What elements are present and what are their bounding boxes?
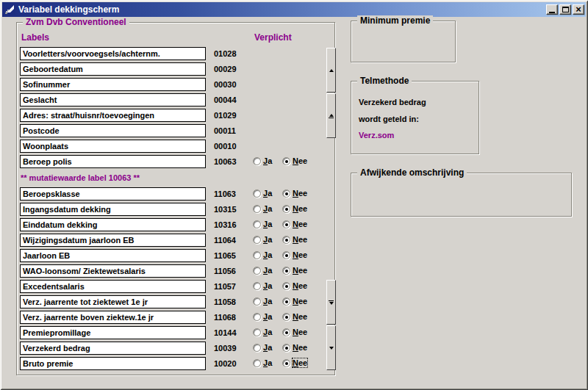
label-field[interactable]: Beroepsklasse xyxy=(20,187,206,201)
radio-label-nee[interactable]: Nee xyxy=(293,189,307,198)
label-field[interactable]: Geboortedatum xyxy=(20,62,206,76)
radio-label-ja[interactable]: Ja xyxy=(263,358,272,367)
radio-option-nee[interactable]: Nee xyxy=(282,156,318,167)
radio-circle-ja[interactable] xyxy=(253,282,261,290)
radio-label-nee[interactable]: Nee xyxy=(293,312,307,321)
radio-option-ja[interactable]: Ja xyxy=(253,235,279,246)
radio-label-ja[interactable]: Ja xyxy=(263,156,272,165)
radio-option-nee[interactable]: Nee xyxy=(282,343,318,354)
radio-circle-nee[interactable] xyxy=(282,328,290,336)
radio-option-nee[interactable]: Nee xyxy=(282,312,318,323)
radio-circle-ja[interactable] xyxy=(253,205,261,213)
radio-option-ja[interactable]: Ja xyxy=(253,204,279,215)
label-field[interactable]: Voorletters/voorvoegsels/achternm. xyxy=(20,47,206,60)
radio-circle-ja[interactable] xyxy=(253,236,261,244)
radio-circle-ja[interactable] xyxy=(253,344,261,352)
label-field[interactable]: Wijzigingsdatum jaarloon EB xyxy=(20,234,206,247)
radio-circle-nee[interactable] xyxy=(282,267,290,275)
radio-label-ja[interactable]: Ja xyxy=(263,220,272,228)
label-field[interactable]: Verzekerd bedrag xyxy=(20,342,206,355)
radio-option-ja[interactable]: Ja xyxy=(253,266,279,277)
radio-option-nee[interactable]: Nee xyxy=(282,189,318,200)
radio-option-ja[interactable]: Ja xyxy=(253,250,279,261)
close-button[interactable]: × xyxy=(573,4,584,15)
radio-circle-nee[interactable] xyxy=(282,236,290,244)
radio-label-nee[interactable]: Nee xyxy=(293,343,307,352)
radio-option-ja[interactable]: Ja xyxy=(253,281,279,292)
radio-label-ja[interactable]: Ja xyxy=(263,235,272,244)
radio-option-nee[interactable]: Nee xyxy=(282,297,318,308)
label-field[interactable]: Verz. jaarrente tot ziektewet 1e jr xyxy=(20,295,206,308)
radio-option-nee[interactable]: Nee xyxy=(282,266,318,277)
label-field[interactable]: Sofinummer xyxy=(20,78,206,91)
label-field[interactable]: Postcode xyxy=(20,124,206,137)
radio-label-nee[interactable]: Nee xyxy=(293,358,307,367)
radio-option-ja[interactable]: Ja xyxy=(253,189,279,200)
radio-option-ja[interactable]: Ja xyxy=(253,220,279,231)
label-field[interactable]: Excedentsalaris xyxy=(20,280,206,293)
radio-option-nee[interactable]: Nee xyxy=(282,358,318,369)
radio-circle-nee[interactable] xyxy=(282,282,290,290)
radio-label-ja[interactable]: Ja xyxy=(263,312,272,321)
radio-circle-nee[interactable] xyxy=(282,205,290,213)
radio-circle-ja[interactable] xyxy=(253,313,261,321)
radio-label-ja[interactable]: Ja xyxy=(263,189,272,198)
scroll-up-button[interactable] xyxy=(326,48,336,93)
label-field[interactable]: Einddatum dekking xyxy=(20,218,206,231)
radio-option-nee[interactable]: Nee xyxy=(282,281,318,292)
radio-option-ja[interactable]: Ja xyxy=(253,343,279,354)
label-field[interactable]: Beroep polis xyxy=(20,155,206,168)
radio-label-ja[interactable]: Ja xyxy=(263,250,272,259)
radio-label-nee[interactable]: Nee xyxy=(293,220,307,228)
radio-option-nee[interactable]: Nee xyxy=(282,235,318,246)
radio-option-nee[interactable]: Nee xyxy=(282,328,318,339)
label-field[interactable]: Geslacht xyxy=(20,93,206,106)
radio-circle-nee[interactable] xyxy=(282,344,290,352)
radio-option-ja[interactable]: Ja xyxy=(253,312,279,323)
radio-label-ja[interactable]: Ja xyxy=(263,204,272,213)
radio-label-nee[interactable]: Nee xyxy=(293,156,307,165)
label-field[interactable]: Woonplaats xyxy=(20,140,206,153)
radio-circle-nee[interactable] xyxy=(282,297,290,306)
radio-circle-nee[interactable] xyxy=(282,189,290,198)
radio-label-ja[interactable]: Ja xyxy=(263,297,272,306)
radio-option-nee[interactable]: Nee xyxy=(282,204,318,215)
scroll-down-button[interactable] xyxy=(326,325,336,370)
titlebar[interactable]: Variabel dekkingscherm × xyxy=(2,2,586,17)
page-up-button[interactable] xyxy=(326,93,336,138)
radio-label-ja[interactable]: Ja xyxy=(263,343,272,352)
label-field[interactable]: Verz. jaarrente boven ziektew.1e jr xyxy=(20,311,206,324)
radio-circle-ja[interactable] xyxy=(253,157,261,165)
radio-label-ja[interactable]: Ja xyxy=(263,266,272,275)
radio-circle-nee[interactable] xyxy=(282,251,290,259)
radio-circle-nee[interactable] xyxy=(282,157,290,165)
radio-label-ja[interactable]: Ja xyxy=(263,281,272,290)
label-field[interactable]: Adres: straat/huisnr/toevoegingen xyxy=(20,109,206,122)
radio-circle-ja[interactable] xyxy=(253,328,261,336)
radio-label-nee[interactable]: Nee xyxy=(293,266,307,275)
page-down-button[interactable] xyxy=(326,280,336,325)
radio-option-ja[interactable]: Ja xyxy=(253,297,279,308)
radio-circle-ja[interactable] xyxy=(253,251,261,259)
radio-label-nee[interactable]: Nee xyxy=(293,204,307,213)
radio-label-nee[interactable]: Nee xyxy=(293,297,307,306)
radio-option-ja[interactable]: Ja xyxy=(253,328,279,339)
radio-option-nee[interactable]: Nee xyxy=(282,250,318,261)
maximize-button[interactable] xyxy=(559,4,571,15)
radio-label-nee[interactable]: Nee xyxy=(293,281,307,290)
radio-option-nee[interactable]: Nee xyxy=(282,220,318,231)
label-field[interactable]: Bruto premie xyxy=(20,357,206,370)
label-field[interactable]: Premiepromillage xyxy=(20,326,206,339)
radio-label-nee[interactable]: Nee xyxy=(293,235,307,244)
radio-circle-nee[interactable] xyxy=(282,359,290,367)
label-field[interactable]: Jaarloon EB xyxy=(20,249,206,262)
radio-circle-nee[interactable] xyxy=(282,220,290,228)
radio-label-nee[interactable]: Nee xyxy=(293,250,307,259)
minimize-button[interactable] xyxy=(546,4,558,15)
label-field[interactable]: WAO-loonsom/ Ziektewetsalaris xyxy=(20,264,206,278)
radio-label-ja[interactable]: Ja xyxy=(263,328,272,336)
radio-circle-ja[interactable] xyxy=(253,220,261,228)
radio-circle-ja[interactable] xyxy=(253,189,261,198)
radio-circle-ja[interactable] xyxy=(253,267,261,275)
radio-option-ja[interactable]: Ja xyxy=(253,358,279,369)
